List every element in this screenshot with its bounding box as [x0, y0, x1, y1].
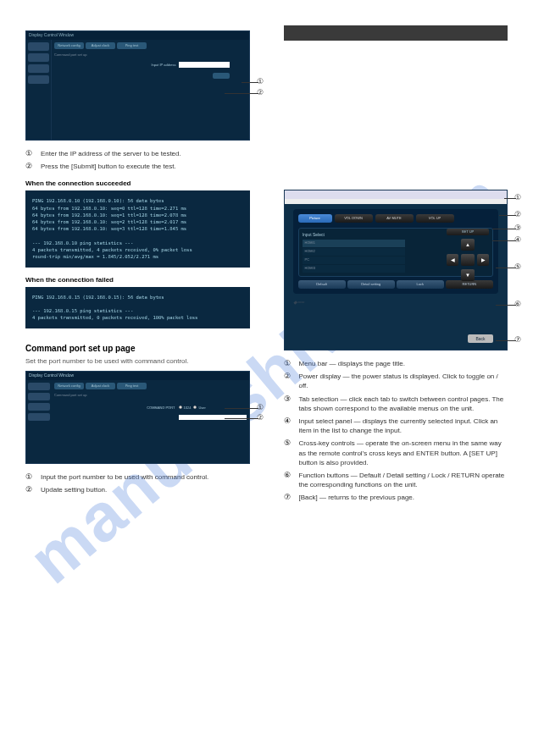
sidebar-item[interactable]	[28, 64, 49, 73]
dpad: ▲ ▼ ◀ ▶	[447, 239, 489, 281]
screenshot-ping-test: Display Control Window Network config Ad…	[25, 30, 250, 141]
cmd-port-desc: Set the port number to be used with comm…	[25, 356, 250, 366]
submit-button[interactable]	[213, 73, 230, 79]
tab-vol-up[interactable]: VOL UP	[416, 214, 454, 223]
sidebar-item[interactable]	[28, 75, 49, 84]
btn-default[interactable]: Default	[298, 280, 346, 289]
tab-av-mute[interactable]: AV MUTE	[375, 214, 414, 223]
callout-1: ①	[257, 77, 264, 86]
radio-user[interactable]: User	[193, 406, 205, 410]
ping-output-fail: PING 192.168.0.15 (192.168.0.15): 56 dat…	[25, 287, 250, 328]
input-item[interactable]: PC	[303, 257, 405, 264]
window-title	[285, 190, 508, 199]
sidebar-item[interactable]	[28, 403, 50, 411]
ping-fail-label: When the connection failed	[25, 276, 250, 284]
callout-1: ①	[514, 193, 521, 201]
brand-logo: ◆━━	[293, 299, 499, 305]
input-item[interactable]: HDMI3	[303, 265, 405, 273]
dpad-left-icon[interactable]: ◀	[447, 254, 458, 266]
btn-return[interactable]: RETURN	[446, 280, 493, 289]
setup-button[interactable]: SET UP	[447, 229, 489, 235]
back-button[interactable]: Back	[468, 334, 493, 343]
ping-output-success: PING 192.168.0.10 (192.168.0.10): 56 dat…	[25, 190, 250, 267]
callout-5: ⑤	[514, 262, 521, 271]
callout-2: ②	[257, 88, 264, 97]
sidebar-item[interactable]	[28, 413, 50, 421]
sidebar-item[interactable]	[28, 42, 49, 51]
tab-network-config[interactable]: Network config	[54, 42, 84, 49]
callout-1: ①	[257, 403, 264, 411]
ip-input[interactable]	[179, 62, 230, 68]
tab-picture[interactable]: Picture	[298, 214, 332, 223]
tab-ping-test[interactable]: Ping test	[117, 42, 147, 49]
dpad-up-icon[interactable]: ▲	[461, 239, 475, 251]
btn-lock[interactable]: Lock	[397, 280, 444, 289]
tab-ping-test[interactable]: Ping test	[117, 383, 147, 389]
sidebar-item[interactable]	[28, 393, 50, 400]
tab-adjust-clock[interactable]: Adjust clock	[86, 42, 115, 49]
sidebar	[26, 380, 52, 463]
tab-vol-down[interactable]: VOL DOWN	[335, 214, 373, 223]
callout-6: ⑥	[514, 300, 521, 308]
list-cmd-port-steps: ①Input the port number to be used with c…	[25, 472, 250, 494]
screenshot-cmd-port: Display Control Window Network config Ad…	[25, 371, 250, 464]
port-input[interactable]	[179, 415, 247, 420]
tab-network-config[interactable]: Network config	[54, 383, 84, 389]
list-ping-steps: ①Enter the IP address of the server to b…	[25, 149, 250, 171]
ip-field-label: Input IP address	[151, 63, 175, 67]
input-item[interactable]: HDMI1	[303, 240, 405, 247]
cmd-port-label: COMMAND PORT	[54, 406, 179, 410]
btn-detail[interactable]: Detail setting	[347, 280, 395, 289]
tab-adjust-clock[interactable]: Adjust clock	[86, 383, 115, 389]
sidebar	[26, 40, 52, 140]
sidebar-item[interactable]	[28, 383, 50, 390]
input-item[interactable]: HDMI2	[303, 248, 405, 256]
list-display-control-items: ①Menu bar — displays the page title. ②Po…	[284, 359, 508, 502]
dpad-right-icon[interactable]: ▶	[477, 254, 489, 266]
subsection-label: Command port set up	[54, 52, 247, 57]
callout-4: ④	[514, 235, 521, 244]
window-title: Display Control Window	[26, 31, 249, 40]
ping-success-label: When the connection succeeded	[25, 179, 250, 187]
callout-2: ②	[514, 210, 521, 218]
dpad-down-icon[interactable]: ▼	[461, 269, 475, 281]
section-header-bar	[284, 25, 508, 41]
dpad-ok-button[interactable]	[461, 254, 475, 266]
subsection-label: Command port set up	[54, 393, 247, 397]
window-title: Display Control Window	[26, 372, 249, 380]
screenshot-display-control: Picture VOL DOWN AV MUTE VOL UP Input Se…	[284, 190, 508, 350]
cmd-port-heading: Command port set up page	[25, 344, 250, 353]
sidebar-item[interactable]	[28, 53, 49, 62]
callout-7: ⑦	[514, 335, 521, 344]
radio-1024[interactable]: 1024	[179, 406, 192, 410]
callout-2: ②	[257, 413, 264, 422]
callout-3: ③	[514, 223, 521, 232]
